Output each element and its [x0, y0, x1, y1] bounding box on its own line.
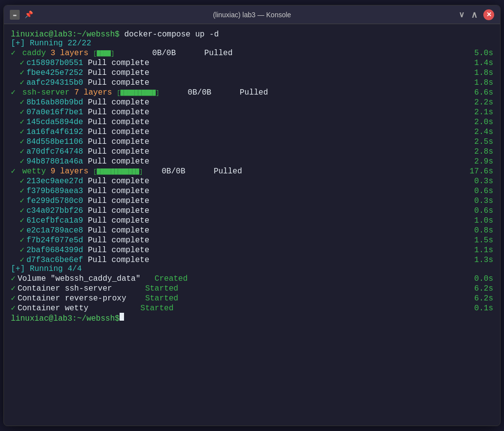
wetty-layer-4: ✓ 61cefbfca1a9 Pull complete 1.0s [11, 215, 493, 225]
ssh-layer-5: ✓ a70dfc764748 Pull complete 2.8s [11, 146, 493, 156]
cursor [120, 313, 124, 321]
pin-icon: 📌 [25, 10, 33, 19]
titlebar-controls: ∨ ∧ ✕ [459, 9, 494, 20]
caddy-main-line: ✓ caddy 3 layers [████] 0B/0B Pulled 5.0… [11, 48, 493, 58]
final-item-2: ✓ Container reverse-proxy Started 6.2s [11, 293, 493, 303]
close-button[interactable]: ✕ [483, 9, 494, 20]
final-item-1: ✓ Container ssh-server Started 6.2s [11, 283, 493, 293]
window-title: (linuxiac) lab3 — Konsole [213, 11, 291, 19]
minimize-button[interactable]: ∧ [469, 9, 479, 20]
wetty-layer-0: ✓ 213ec9aee27d Pull complete 0.3s [11, 176, 493, 186]
ssh-layer-6: ✓ 94b87801a46a Pull complete 2.9s [11, 156, 493, 166]
ssh-layer-1: ✓ 07a0e16f7be1 Pull complete 2.1s [11, 107, 493, 117]
running-line-1: [+] Running 22/22 [11, 39, 493, 48]
caddy-layer-0: ✓ c158987b0551 Pull complete 1.4s [11, 58, 493, 67]
command-text: docker-compose up -d [120, 30, 219, 39]
titlebar-left: ▬ 📌 [10, 10, 33, 20]
ssh-layer-2: ✓ 145cda5894de Pull complete 2.0s [11, 117, 493, 127]
final-prompt: linuxiac@lab3:~/webssh$ [11, 314, 120, 323]
wetty-layer-8: ✓ d7f3ac6be6ef Pull complete 1.3s [11, 255, 493, 265]
terminal-window: ▬ 📌 (linuxiac) lab3 — Konsole ∨ ∧ ✕ linu… [3, 5, 501, 426]
wetty-layer-6: ✓ f7b24f077e5d Pull complete 1.5s [11, 235, 493, 245]
terminal-output[interactable]: linuxiac@lab3:~/webssh$ docker-compose u… [4, 24, 500, 426]
wetty-layer-1: ✓ f379b689aea3 Pull complete 0.6s [11, 186, 493, 196]
wetty-main-line: ✓ wetty 9 layers [████████████] 0B/0B Pu… [11, 166, 493, 176]
ssh-layer-3: ✓ 1a16fa4f6192 Pull complete 2.4s [11, 127, 493, 136]
final-item-3: ✓ Container wetty Started 0.1s [11, 303, 493, 313]
ssh-layer-0: ✓ 8b16ab80b9bd Pull complete 2.2s [11, 97, 493, 107]
final-item-0: ✓ Volume "webssh_caddy_data" Created 0.0… [11, 273, 493, 283]
command-line: linuxiac@lab3:~/webssh$ docker-compose u… [11, 30, 493, 39]
caddy-layer-2: ✓ aafc294315b0 Pull complete 1.8s [11, 77, 493, 87]
menu-button[interactable]: ∨ [459, 9, 465, 20]
wetty-layer-2: ✓ fe299d5780c0 Pull complete 0.3s [11, 196, 493, 205]
ssh-main-line: ✓ ssh-server 7 layers [██████████] 0B/0B… [11, 87, 493, 97]
caddy-layer-1: ✓ fbee425e7252 Pull complete 1.8s [11, 67, 493, 77]
terminal-icon: ▬ [10, 10, 20, 20]
prompt: linuxiac@lab3:~/webssh$ [11, 30, 120, 39]
wetty-layer-7: ✓ 2baf0684399d Pull complete 1.1s [11, 245, 493, 255]
final-prompt-line: linuxiac@lab3:~/webssh$ [11, 313, 493, 323]
ssh-layer-4: ✓ 84d558be1106 Pull complete 2.5s [11, 136, 493, 146]
wetty-layer-5: ✓ e2c1a789ace8 Pull complete 0.8s [11, 225, 493, 235]
wetty-layer-3: ✓ c34a027bbf26 Pull complete 0.6s [11, 205, 493, 215]
titlebar: ▬ 📌 (linuxiac) lab3 — Konsole ∨ ∧ ✕ [4, 5, 500, 24]
running-line-2: [+] Running 4/4 [11, 265, 493, 273]
